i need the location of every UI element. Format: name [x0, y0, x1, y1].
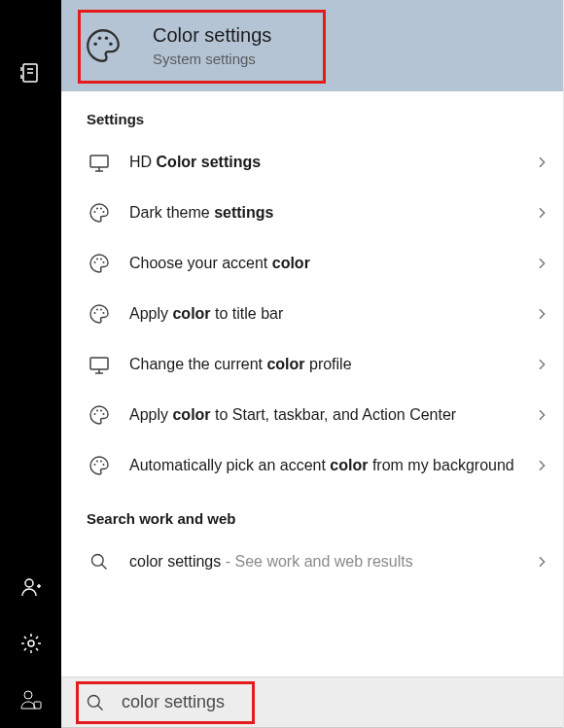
chevron-right-icon: [534, 357, 549, 372]
result-row[interactable]: HD Color settings: [61, 137, 563, 188]
best-match-text: Color settings System settings: [153, 24, 271, 67]
add-user-icon: [19, 575, 43, 599]
section-header-settings: Settings: [61, 91, 563, 137]
svg-point-34: [96, 410, 98, 412]
row-icon: [87, 301, 112, 327]
best-match-title: Color settings: [153, 24, 271, 47]
svg-point-28: [100, 309, 102, 311]
search-input-text: color settings: [122, 692, 225, 712]
svg-point-18: [94, 211, 96, 213]
svg-point-12: [98, 36, 102, 40]
svg-point-11: [93, 43, 97, 47]
svg-point-9: [24, 691, 32, 699]
svg-point-23: [96, 259, 98, 260]
svg-point-37: [94, 464, 96, 466]
web-result-row[interactable]: color settings - See work and web result…: [61, 537, 563, 587]
row-icon: [87, 402, 112, 428]
row-icon: [87, 200, 112, 225]
result-row[interactable]: Change the current color profile: [61, 339, 563, 390]
result-row[interactable]: Apply color to Start, taskbar, and Actio…: [61, 390, 563, 440]
svg-point-39: [100, 461, 102, 463]
chevron-right-icon: [534, 256, 549, 271]
main-column: Color settings System settings Settings …: [61, 0, 564, 728]
svg-line-42: [102, 565, 107, 570]
row-icon: [87, 251, 112, 276]
chevron-right-icon: [534, 407, 549, 423]
web-result-hint: - See work and web results: [221, 553, 412, 570]
svg-point-26: [94, 312, 96, 314]
result-label: Dark theme settings: [129, 202, 534, 224]
result-row[interactable]: Dark theme settings: [61, 188, 563, 238]
svg-rect-30: [90, 358, 108, 369]
result-row[interactable]: Choose your accent color: [61, 238, 563, 289]
search-panel: Color settings System settings Settings …: [0, 0, 564, 728]
svg-line-44: [98, 705, 103, 710]
svg-point-29: [103, 312, 105, 314]
svg-point-13: [105, 36, 109, 40]
svg-point-8: [28, 641, 34, 646]
chevron-right-icon: [534, 155, 549, 170]
svg-point-38: [96, 461, 98, 463]
svg-point-5: [25, 579, 33, 587]
result-label: Apply color to Start, taskbar, and Actio…: [129, 404, 534, 426]
sidebar: [0, 0, 61, 728]
best-match[interactable]: Color settings System settings: [61, 0, 563, 91]
svg-point-36: [103, 413, 105, 415]
row-icon: [87, 352, 112, 377]
svg-point-21: [103, 211, 105, 213]
gear-icon: [19, 632, 43, 655]
sidebar-top-icon[interactable]: [0, 45, 61, 101]
search-icon: [87, 549, 112, 574]
svg-point-43: [88, 695, 100, 707]
results-list: HD Color settingsDark theme settingsChoo…: [61, 137, 563, 491]
chevron-right-icon: [534, 554, 549, 570]
result-label: Automatically pick an accent color from …: [129, 455, 534, 476]
result-row[interactable]: Apply color to title bar: [61, 289, 563, 339]
web-result-text: color settings: [129, 553, 221, 570]
chevron-right-icon: [534, 205, 549, 221]
result-label: Apply color to title bar: [129, 303, 534, 325]
palette-icon: [88, 403, 111, 427]
result-row[interactable]: Automatically pick an accent color from …: [61, 440, 563, 491]
best-match-subtitle: System settings: [153, 51, 271, 67]
chevron-right-icon: [534, 458, 549, 473]
palette-icon: [88, 201, 111, 225]
svg-point-20: [100, 208, 102, 210]
result-label: Change the current color profile: [129, 354, 534, 375]
row-icon: [87, 453, 112, 478]
svg-point-41: [92, 555, 104, 567]
svg-rect-15: [90, 156, 108, 167]
svg-point-40: [103, 464, 105, 466]
palette-icon: [88, 252, 111, 275]
section-header-web: Search work and web: [61, 491, 563, 537]
search-icon: [85, 692, 106, 713]
palette-icon: [88, 454, 111, 477]
palette-icon: [88, 302, 111, 326]
svg-point-25: [103, 261, 105, 263]
svg-point-35: [100, 410, 102, 412]
svg-point-27: [96, 309, 98, 311]
svg-point-22: [94, 261, 96, 263]
sidebar-account[interactable]: [0, 672, 61, 728]
row-icon: [87, 150, 112, 175]
monitor-icon: [88, 151, 111, 174]
result-label: HD Color settings: [129, 152, 534, 173]
svg-point-24: [100, 259, 102, 260]
web-result-label: color settings - See work and web result…: [129, 551, 534, 572]
svg-point-14: [109, 43, 113, 47]
palette-icon: [83, 25, 123, 66]
chevron-right-icon: [534, 306, 549, 322]
sidebar-settings[interactable]: [0, 615, 61, 672]
svg-point-19: [96, 208, 98, 210]
svg-point-33: [94, 413, 96, 415]
monitor-icon: [88, 353, 111, 376]
documents-icon: [19, 61, 43, 85]
account-icon: [19, 688, 43, 711]
search-input-bar[interactable]: color settings: [61, 676, 563, 728]
result-label: Choose your accent color: [129, 253, 534, 274]
sidebar-add-user[interactable]: [0, 559, 61, 615]
